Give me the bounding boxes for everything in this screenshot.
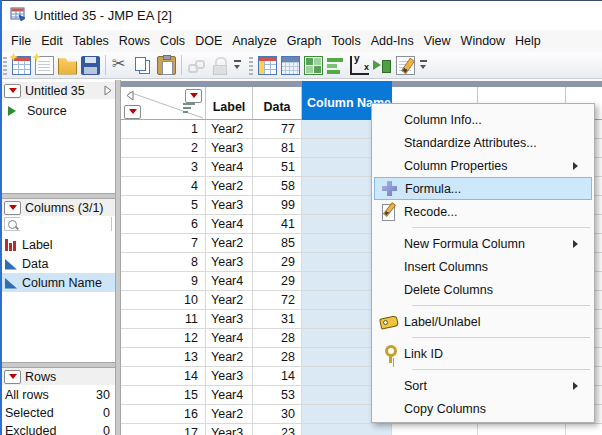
script-edit-icon[interactable] (396, 56, 415, 75)
copy-icon[interactable] (134, 56, 153, 75)
red-triangle-menu-icon[interactable] (4, 201, 21, 215)
column-header-label[interactable]: Label (206, 87, 253, 119)
broken-link-icon[interactable] (187, 56, 206, 75)
context-menu-item[interactable]: Link ID (374, 342, 592, 365)
context-menu-item[interactable]: Formula... (374, 177, 592, 200)
context-menu-item[interactable]: New Formula Column (374, 232, 592, 255)
row-number-cell[interactable]: 6 (121, 215, 206, 233)
sort-order-icon[interactable] (183, 103, 196, 114)
data-cell[interactable]: 53 (253, 386, 302, 404)
data-cell[interactable]: 99 (253, 196, 302, 214)
data-cell[interactable]: 58 (253, 177, 302, 195)
label-cell[interactable]: Year2 (206, 177, 253, 195)
data-cell[interactable]: 51 (253, 158, 302, 176)
context-menu-item[interactable]: Insert Columns (374, 255, 592, 278)
graph-builder-icon[interactable] (327, 56, 346, 75)
label-cell[interactable]: Year3 (206, 367, 253, 385)
data-cell[interactable]: 14 (253, 367, 302, 385)
lock-icon[interactable] (210, 56, 229, 75)
fit-y-by-x-icon[interactable] (304, 56, 323, 75)
menubar-item[interactable]: Edit (36, 30, 68, 52)
data-cell[interactable]: 28 (253, 348, 302, 366)
column-list-item[interactable]: Column Name (2, 273, 115, 292)
data-cell[interactable]: 28 (253, 329, 302, 347)
rows-stat-row[interactable]: Excluded 0 (2, 422, 115, 435)
context-menu-item[interactable]: Sort (374, 374, 592, 397)
data-cell[interactable]: 23 (253, 424, 302, 435)
collapse-left-icon[interactable] (126, 90, 135, 102)
context-menu-item[interactable]: Column Info... (374, 108, 592, 131)
label-cell[interactable]: Year3 (206, 424, 253, 435)
menubar-item[interactable]: DOE (190, 30, 227, 52)
data-cell[interactable]: 31 (253, 310, 302, 328)
red-triangle-menu-icon[interactable] (4, 370, 21, 384)
plot-yx-icon[interactable] (350, 56, 369, 75)
save-icon[interactable] (81, 56, 100, 75)
data-cell[interactable]: 72 (253, 291, 302, 309)
label-cell[interactable]: Year4 (206, 272, 253, 290)
label-cell[interactable]: Year4 (206, 158, 253, 176)
data-cell[interactable]: 29 (253, 253, 302, 271)
row-number-cell[interactable]: 16 (121, 405, 206, 423)
data-cell[interactable]: 29 (253, 272, 302, 290)
row-number-cell[interactable]: 3 (121, 158, 206, 176)
title-bar[interactable]: Untitled 35 - JMP EA [2] (0, 1, 602, 30)
flow-icon[interactable] (373, 56, 392, 75)
menubar-item[interactable]: Cols (155, 30, 190, 52)
distribution-icon[interactable] (281, 56, 300, 75)
label-cell[interactable]: Year2 (206, 234, 253, 252)
row-number-cell[interactable]: 5 (121, 196, 206, 214)
menubar-item[interactable]: Analyze (227, 30, 281, 52)
label-cell[interactable]: Year2 (206, 120, 253, 138)
red-triangle-menu-icon[interactable] (4, 84, 21, 98)
toolbar-grip[interactable] (249, 55, 253, 75)
context-menu-item[interactable]: Copy Columns (374, 397, 592, 420)
label-cell[interactable]: Year4 (206, 386, 253, 404)
row-number-cell[interactable]: 11 (121, 310, 206, 328)
menubar-item[interactable]: View (419, 30, 456, 52)
rows-menu-icon[interactable] (124, 105, 141, 119)
data-cell[interactable]: 77 (253, 120, 302, 138)
toolbar-grip[interactable] (3, 55, 7, 75)
row-number-cell[interactable]: 17 (121, 424, 206, 435)
row-number-cell[interactable]: 2 (121, 139, 206, 157)
label-cell[interactable]: Year3 (206, 253, 253, 271)
open-icon[interactable] (58, 56, 77, 75)
columns-search-input[interactable] (20, 217, 111, 231)
menubar-item[interactable]: Rows (114, 30, 155, 52)
row-number-cell[interactable]: 10 (121, 291, 206, 309)
menubar-item[interactable]: Add-Ins (366, 30, 419, 52)
columns-menu-icon[interactable] (185, 89, 202, 103)
row-number-cell[interactable]: 14 (121, 367, 206, 385)
context-menu-item[interactable]: Delete Columns (374, 278, 592, 301)
new-data-table-icon[interactable] (12, 56, 31, 75)
row-number-cell[interactable]: 15 (121, 386, 206, 404)
data-table-icon[interactable] (258, 56, 277, 75)
row-number-cell[interactable]: 9 (121, 272, 206, 290)
column-list-item[interactable]: Label (2, 235, 115, 254)
menubar-item[interactable]: Tables (68, 30, 114, 52)
row-number-cell[interactable]: 7 (121, 234, 206, 252)
menubar-item[interactable]: Graph (282, 30, 327, 52)
toolbar-overflow-icon[interactable] (232, 56, 243, 75)
data-cell[interactable]: 41 (253, 215, 302, 233)
row-number-cell[interactable]: 12 (121, 329, 206, 347)
new-script-icon[interactable] (35, 56, 54, 75)
context-menu-item[interactable]: Label/Unlabel (374, 310, 592, 333)
context-menu-item[interactable]: Column Properties (374, 154, 592, 177)
row-number-cell[interactable]: 1 (121, 120, 206, 138)
panel-expand-icon[interactable] (104, 85, 112, 96)
row-number-cell[interactable]: 13 (121, 348, 206, 366)
context-menu-item[interactable]: Recode... (374, 200, 592, 223)
menubar-item[interactable]: Window (456, 30, 510, 52)
label-cell[interactable]: Year2 (206, 348, 253, 366)
column-name-cell[interactable] (302, 424, 392, 435)
label-cell[interactable]: Year4 (206, 215, 253, 233)
column-list-item[interactable]: Data (2, 254, 115, 273)
label-cell[interactable]: Year3 (206, 196, 253, 214)
data-cell[interactable]: 85 (253, 234, 302, 252)
data-cell[interactable]: 81 (253, 139, 302, 157)
label-cell[interactable]: Year2 (206, 405, 253, 423)
data-cell[interactable]: 30 (253, 405, 302, 423)
row-number-cell[interactable]: 4 (121, 177, 206, 195)
